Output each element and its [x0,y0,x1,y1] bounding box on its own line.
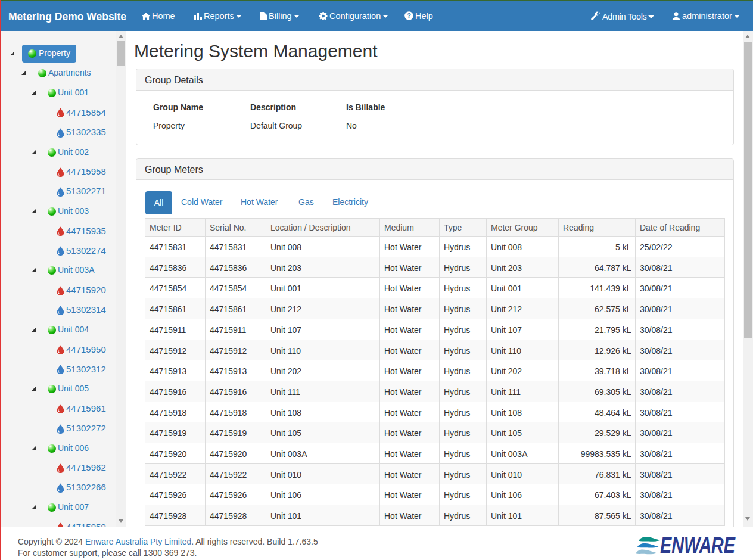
svg-text:?: ? [407,12,411,19]
svg-text:ENWARE: ENWARE [660,535,736,556]
